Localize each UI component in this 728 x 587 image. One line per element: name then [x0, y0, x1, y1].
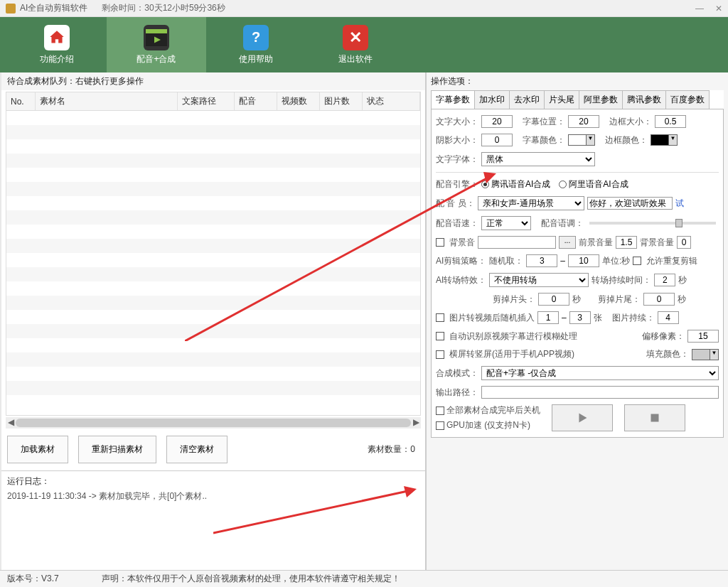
speed-select[interactable]: 正常 — [481, 216, 531, 230]
transition-select[interactable]: 不使用转场 — [489, 273, 589, 287]
shadow-size-input[interactable] — [481, 134, 513, 146]
table-body-empty — [6, 111, 420, 409]
titlebar: AI全自动剪辑软件 剩余时间：30天12小时59分36秒 — ✕ — [0, 0, 728, 17]
horizontal-scrollbar[interactable]: ◀ ▶ — [6, 417, 421, 429]
rescan-material-button[interactable]: 重新扫描素材 — [78, 436, 156, 463]
subtitle-pos-input[interactable] — [568, 115, 599, 128]
disclaimer-label: 声明：本软件仅用于个人原创音视频素材的处理，使用本软件请遵守相关规定！ — [102, 573, 400, 585]
app-icon — [6, 4, 16, 14]
engine-tencent-radio[interactable]: 腾讯语音AI合成 — [481, 178, 550, 190]
trim-tail-input[interactable] — [643, 293, 675, 306]
toolbar-compose-button[interactable]: 配音+合成 — [107, 17, 206, 72]
bgm-checkbox[interactable] — [436, 238, 444, 247]
log-area: 运行日志： 2019-11-19 11:30:34 -> 素材加载完毕，共[0]… — [1, 470, 425, 570]
ops-title: 操作选项： — [431, 75, 724, 87]
font-size-input[interactable] — [481, 115, 513, 128]
tab-ali[interactable]: 阿里参数 — [579, 90, 623, 109]
engine-ali-radio[interactable]: 阿里语音AI合成 — [559, 178, 628, 190]
stop-button[interactable] — [624, 404, 685, 431]
material-count-label: 素材数量：0 — [368, 443, 419, 456]
transition-duration-input[interactable] — [654, 274, 675, 286]
subtitle-panel: 文字大小： 字幕位置： 边框大小： 阴影大小： 字幕颜色： ▼ 边框颜色： ▼ … — [431, 109, 724, 438]
load-material-button[interactable]: 加载素材 — [7, 436, 68, 463]
tabs: 字幕参数 加水印 去水印 片头尾 阿里参数 腾讯参数 百度参数 — [431, 90, 724, 109]
toolbar-intro-button[interactable]: 功能介绍 — [7, 17, 107, 72]
app-title: AI全自动剪辑软件 — [20, 2, 87, 14]
close-icon[interactable]: ✕ — [715, 4, 722, 14]
fg-volume-input[interactable] — [616, 236, 637, 249]
font-select[interactable]: 黑体 — [481, 152, 595, 166]
img-max-input[interactable] — [569, 311, 591, 324]
img-min-input[interactable] — [537, 311, 559, 324]
voice-sample-input[interactable] — [587, 197, 673, 210]
toolbar-help-button[interactable]: ? 使用帮助 — [206, 17, 306, 72]
svg-rect-1 — [146, 29, 167, 33]
material-table[interactable]: No. 素材名 文案路径 配音 视频数 图片数 状态 — [6, 92, 421, 416]
border-color-picker[interactable]: ▼ — [651, 134, 678, 146]
border-size-input[interactable] — [655, 115, 686, 128]
clear-material-button[interactable]: 清空素材 — [166, 436, 228, 463]
log-line: 2019-11-19 11:30:34 -> 素材加载完毕，共[0]个素材.. — [7, 490, 419, 502]
rand-min-input[interactable] — [526, 254, 557, 267]
offset-input[interactable] — [687, 330, 719, 343]
version-label: 版本号：V3.7 — [7, 573, 59, 585]
output-path-input[interactable] — [481, 386, 719, 399]
auto-blur-checkbox[interactable] — [436, 332, 444, 340]
statusbar: 版本号：V3.7 声明：本软件仅用于个人原创音视频素材的处理，使用本软件请遵守相… — [0, 570, 728, 587]
shutdown-checkbox[interactable] — [436, 406, 444, 415]
portrait-checkbox[interactable] — [436, 350, 444, 359]
play-icon — [574, 410, 590, 426]
help-icon: ? — [243, 25, 269, 50]
img-insert-checkbox[interactable] — [436, 313, 444, 322]
trim-head-input[interactable] — [538, 293, 569, 306]
gpu-checkbox[interactable] — [436, 421, 444, 430]
scroll-thumb[interactable] — [16, 419, 411, 427]
bgm-path-input[interactable] — [478, 236, 556, 249]
toolbar-exit-button[interactable]: ✕ 退出软件 — [306, 17, 405, 72]
compose-mode-select[interactable]: 配音+字幕 -仅合成 — [481, 366, 719, 380]
allow-dup-checkbox[interactable] — [633, 257, 641, 265]
tab-subtitle[interactable]: 字幕参数 — [431, 90, 475, 109]
queue-label: 待合成素材队列：右键执行更多操作 — [1, 72, 425, 90]
scroll-right-icon[interactable]: ▶ — [411, 417, 421, 429]
clapperboard-icon — [144, 25, 169, 50]
try-voice-link[interactable]: 试 — [675, 198, 684, 210]
fill-color-picker[interactable]: ▼ — [692, 349, 719, 360]
subtitle-color-picker[interactable]: ▼ — [568, 134, 595, 146]
minimize-icon[interactable]: — — [695, 4, 704, 14]
voice-select[interactable]: 亲和女声-通用场景 — [478, 196, 584, 210]
tab-add-watermark[interactable]: 加水印 — [474, 90, 510, 109]
tone-slider[interactable] — [589, 222, 716, 225]
tab-baidu[interactable]: 百度参数 — [665, 90, 710, 109]
left-pane: 待合成素材队列：右键执行更多操作 No. 素材名 文案路径 配音 视频数 图片数… — [0, 72, 427, 570]
rand-max-input[interactable] — [568, 254, 599, 267]
tab-tencent[interactable]: 腾讯参数 — [622, 90, 666, 109]
toolbar: 功能介绍 配音+合成 ? 使用帮助 ✕ 退出软件 — [0, 17, 728, 72]
log-title: 运行日志： — [7, 475, 419, 488]
home-icon — [44, 25, 70, 50]
col-pcount[interactable]: 图片数 — [319, 92, 362, 111]
countdown-label: 剩余时间：30天12小时59分36秒 — [102, 2, 225, 14]
col-path[interactable]: 文案路径 — [177, 92, 234, 111]
col-no[interactable]: No. — [6, 92, 35, 111]
col-name[interactable]: 素材名 — [35, 92, 177, 111]
col-status[interactable]: 状态 — [362, 92, 420, 111]
scroll-left-icon[interactable]: ◀ — [6, 417, 16, 429]
exit-icon: ✕ — [343, 25, 368, 50]
bg-volume-input[interactable] — [677, 236, 691, 249]
col-vcount[interactable]: 视频数 — [277, 92, 319, 111]
stop-icon — [647, 410, 663, 426]
bgm-browse-button[interactable]: ... — [559, 236, 576, 249]
tab-head-tail[interactable]: 片头尾 — [544, 90, 579, 109]
tab-remove-watermark[interactable]: 去水印 — [509, 90, 545, 109]
col-dub[interactable]: 配音 — [234, 92, 277, 111]
svg-rect-2 — [651, 414, 659, 422]
play-button[interactable] — [552, 404, 613, 431]
img-dur-input[interactable] — [658, 311, 679, 324]
right-pane: 操作选项： 字幕参数 加水印 去水印 片头尾 阿里参数 腾讯参数 百度参数 文字… — [427, 72, 728, 570]
